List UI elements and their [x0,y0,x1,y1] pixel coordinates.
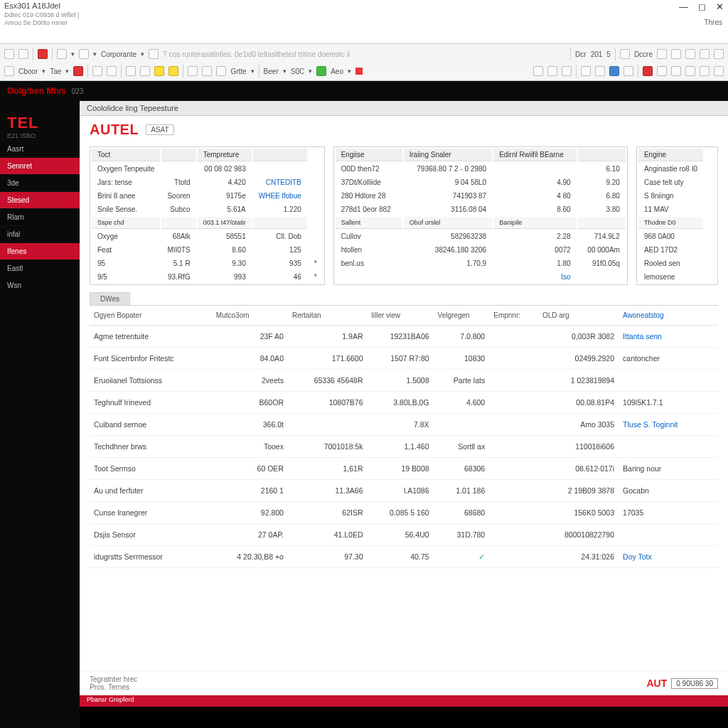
tool-icon[interactable] [700,49,710,59]
titlebar: — ◻ ✕ Esx301 A18Jdel Ddtec 019 C0938 d W… [0,0,728,44]
tool-icon[interactable] [73,66,83,76]
tool-icon[interactable] [316,66,326,76]
tool-icon[interactable] [714,49,724,59]
tool-icon[interactable] [581,66,591,76]
autel-logo: AUTEL [90,122,139,138]
tool-icon[interactable] [714,66,724,76]
tool-icon[interactable] [126,66,136,76]
minimize-button[interactable]: — [679,1,688,12]
toolbar-dcr[interactable]: Dcr [575,50,587,58]
tool-icon[interactable] [595,66,605,76]
toolbar-tae[interactable]: Tae [50,68,61,75]
brand-logo: TEL E21 ISBO [0,109,80,141]
stop-icon[interactable] [355,68,363,75]
tool-icon[interactable] [620,49,630,59]
tool-icon[interactable] [700,66,710,76]
tool-icon[interactable] [18,49,28,59]
tool-icon[interactable] [79,49,89,59]
sidebar-item[interactable]: Aasrt [0,141,80,158]
right-tab: Thres [704,18,722,26]
sidebar-item[interactable]: Wsn [0,277,80,294]
table-row[interactable]: Toot Sermso60 OER1,61R19 B0086830608.612… [90,458,718,480]
window-title: Esx301 A18Jdel [4,1,724,10]
tool-icon[interactable] [202,66,212,76]
tool-icon[interactable] [547,66,557,76]
tool-icon[interactable] [57,49,67,59]
table-row[interactable]: Agme tetrentuite23F A01.9AR19231BA067.0.… [90,326,718,348]
tool-icon[interactable] [657,66,667,76]
ribbon: Oolg/ben Mtvs 023 [0,81,728,101]
sidebar-item[interactable]: 3de [0,175,80,192]
tool-icon[interactable] [533,66,543,76]
tool-icon[interactable] [657,49,667,59]
close-button[interactable]: ✕ [716,1,724,12]
tool-icon[interactable] [168,66,178,76]
tool-icon[interactable] [623,66,633,76]
tool-icon[interactable] [671,66,681,76]
sidebar-item[interactable]: Stesed [0,192,80,209]
sidebar-item[interactable]: Eastl [0,260,80,277]
toolbar-ae[interactable]: Aeo [331,68,343,75]
main-table: Ogyen BopaterMutco3omRertaitanliller vie… [90,306,718,670]
tool-icon[interactable] [92,66,102,76]
toolbar-dccre[interactable]: Dccre [634,50,653,58]
tool-icon[interactable] [188,66,198,76]
tool-icon[interactable] [685,49,695,59]
status-strip: Pbansr Grepferd [80,695,728,707]
sidebar-item[interactable]: infal [0,226,80,243]
table-row[interactable]: Techdhner brwsTooex7001018:5k1,1.460Sort… [90,436,718,458]
tool-icon[interactable] [38,49,48,59]
tool-icon[interactable] [140,66,150,76]
ribbon-num: 023 [72,87,84,95]
tool-icon[interactable] [562,66,572,76]
toolbar-grtte[interactable]: Grtte [230,68,246,75]
footer-box: 0 90U86 30 [671,678,718,689]
sidebar: TEL E21 ISBO AasrtSennret3deStesedRlarni… [0,101,80,728]
tool-icon[interactable] [107,66,117,76]
tool-icon[interactable] [643,66,653,76]
toolbar: ▾ ▾ Corporante ▾ T cos runterasatinties.… [0,44,728,81]
tool-icon[interactable] [154,66,164,76]
table-row[interactable]: Funt Sicerrbnfor Fritestc84.0A0171.66001… [90,348,718,370]
panel-title: Coololidce ling Tepeesture [80,101,728,116]
footer: Tegratnter hrec Pros. Ternes AUT 0 90U86… [80,670,728,695]
maximize-button[interactable]: ◻ [698,1,706,12]
tool-icon[interactable] [149,49,159,59]
bottom-strip [80,707,728,728]
ribbon-title: Oolg/ben Mtvs [7,86,66,96]
tool-icon[interactable] [4,66,14,76]
table-row[interactable]: Au und ferfuter2160 111.3A66l.A10861.01 … [90,480,718,502]
table-row[interactable]: Teghnulf IrinevedB60OR10807B763.80LB,0G4… [90,392,718,414]
table-row[interactable]: Cunse lranegrer92.80062ISR0.085 5 160686… [90,502,718,524]
sidebar-item[interactable]: Sennret [0,158,80,175]
table-row[interactable]: Dsjis Sensor27 0AP.41.L0ED56.4U031D.7808… [90,524,718,546]
toolbar-corporate[interactable]: Corporante [101,50,136,58]
window-subtitle2: Anrou Se D00to nsner [4,19,724,26]
card-right: EngineAnginastie ro8 I0Case telt utyS 8n… [636,146,718,285]
tool-icon[interactable] [609,66,619,76]
tool-icon[interactable] [685,66,695,76]
toolbar-beer[interactable]: Beer [264,68,279,75]
footer-logo: AUT [647,678,668,689]
brand-badge[interactable]: ASAT [146,124,173,135]
sidebar-item[interactable]: Ifenes [0,243,80,260]
tool-icon[interactable] [4,49,14,59]
tool-icon[interactable] [671,49,681,59]
card-mid: EngiiseIraiing SnalerEdirnl Rwiifil BEar… [333,146,628,285]
toolbar-cboor[interactable]: Cboor [18,68,38,75]
tool-icon[interactable] [216,66,226,76]
tab-dwes[interactable]: DWes [90,292,130,305]
card-left: ToctTempretureOxygen Tenpeuite00 08 02 9… [90,146,325,285]
sidebar-item[interactable]: Rlarn [0,209,80,226]
table-row[interactable]: Eruoiianel Tottsionss2veets65336 45648R1… [90,370,718,392]
toolbar-s0c[interactable]: S0C [291,68,304,75]
table-row[interactable]: idugrstts Serrmessor4 20.30,B8 +o97.3040… [90,546,718,568]
window-subtitle: Ddtec 019 C0938 d Wflef | [4,11,724,18]
table-row[interactable]: Cuiband sernoe366.0t7.8XAmo 3035Tluse S.… [90,414,718,436]
